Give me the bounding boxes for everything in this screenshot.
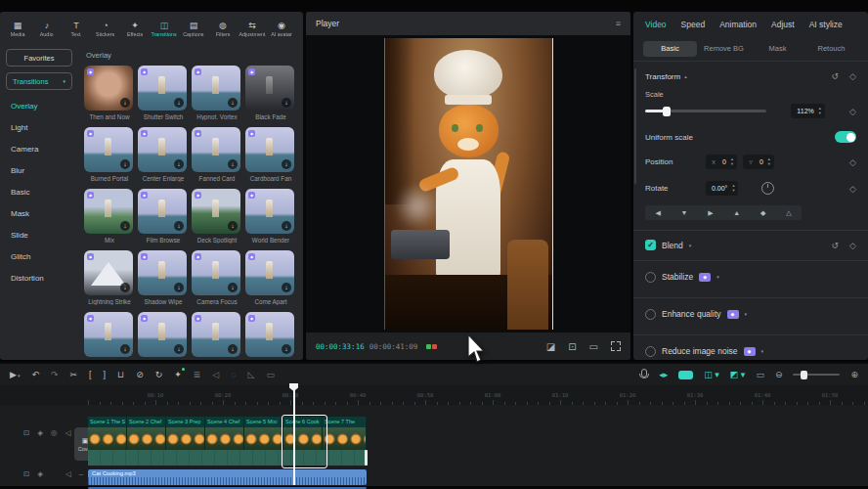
transition-thumbnail[interactable]: ◆↓ <box>245 66 294 111</box>
sidebar-item-slide[interactable]: Slide <box>11 231 72 240</box>
keyframe-icon[interactable]: ◇ <box>849 184 856 194</box>
download-icon[interactable]: ↓ <box>228 221 238 231</box>
transition-item-cardboard-fan[interactable]: ◆↓Cardboard Fan <box>245 127 299 182</box>
download-icon[interactable]: ↓ <box>282 283 291 292</box>
transition-thumbnail[interactable]: ◆↓ <box>192 189 240 234</box>
keyframe-icon[interactable]: ◇ <box>849 71 856 81</box>
download-icon[interactable]: ↓ <box>120 283 130 292</box>
download-icon[interactable]: ↓ <box>120 221 130 231</box>
checkbox-checked-icon[interactable]: ✓ <box>645 240 656 250</box>
align-bottom-icon[interactable]: △ <box>786 209 791 217</box>
subtab-remove-bg[interactable]: Remove BG <box>697 41 751 57</box>
stepper-icon[interactable]: ▲▼ <box>767 157 771 166</box>
download-icon[interactable]: ↓ <box>228 98 238 108</box>
stepper-icon[interactable]: ▲▼ <box>731 184 735 193</box>
transition-thumbnail[interactable]: ◆↓ <box>245 189 294 234</box>
loop-button[interactable]: ↻ <box>155 370 163 379</box>
transition-thumbnail[interactable]: ◆↓ <box>84 127 133 172</box>
download-icon[interactable]: ↓ <box>282 221 291 231</box>
feature-row-reduce-image-noise[interactable]: Reduce image noise◆▾ <box>645 340 856 362</box>
transition-item-center-enlarge[interactable]: ◆↓Center Enlarge <box>138 127 192 182</box>
checkbox-unchecked-icon[interactable] <box>645 272 656 283</box>
transition-thumbnail[interactable]: ◆↓ <box>245 312 294 357</box>
transition-item[interactable]: ◆↓ <box>245 312 299 360</box>
zoom-slider-knob[interactable] <box>801 371 807 379</box>
transition-item-shadow-wipe[interactable]: ◆↓Shadow Wipe <box>138 250 192 305</box>
fullscreen-icon[interactable] <box>611 341 621 351</box>
transition-item[interactable]: ◆↓ <box>84 312 138 360</box>
track-hide-icon[interactable]: ◈ <box>37 469 43 478</box>
transition-item-shutter-switch[interactable]: ◆↓Shutter Switch <box>138 66 192 120</box>
zoom-out-button[interactable]: ⊖ <box>775 370 783 379</box>
ripple-edit-toggle[interactable]: ◂▸ <box>659 370 668 379</box>
download-icon[interactable]: ↓ <box>174 283 184 292</box>
download-icon[interactable]: ↓ <box>282 159 291 169</box>
reset-icon[interactable]: ↺ <box>832 71 840 81</box>
tab-effects[interactable]: ✦Effects <box>120 21 150 37</box>
position-y-box[interactable]: Y 0 ▲▼ <box>743 155 774 169</box>
feature-row-enhance-quality[interactable]: Enhance quality◆▾ <box>645 303 856 325</box>
transition-thumbnail[interactable]: ◆↓ <box>245 250 294 295</box>
align-middle-icon[interactable]: ◆ <box>760 209 765 217</box>
keyframe-icon[interactable]: ◇ <box>849 107 856 116</box>
transition-thumbnail[interactable]: ◆↓ <box>138 312 187 357</box>
timeline-clip-7[interactable]: Scene 7 The <box>323 417 367 450</box>
smart-edit-button[interactable]: ✦ <box>174 370 182 379</box>
tab-ai-stylize[interactable]: AI stylize <box>809 20 843 29</box>
transition-item-then-and-now[interactable]: ◆↓Then and Now <box>84 66 138 120</box>
transition-item[interactable]: ◆↓ <box>192 312 245 360</box>
tab-audio[interactable]: ♪Audio <box>32 21 62 37</box>
tab-filters[interactable]: ◍Filters <box>208 21 238 37</box>
keyframe-icon[interactable]: ◇ <box>849 241 856 250</box>
trim-left-button[interactable]: [ <box>89 370 92 379</box>
transition-item-lightning-strike[interactable]: ◆↓Lightning Strike <box>84 250 138 305</box>
tab-speed[interactable]: Speed <box>681 20 706 29</box>
tab-video[interactable]: Video <box>645 20 667 29</box>
mute-clip-button[interactable]: ◁ <box>212 370 219 379</box>
select-tool-button[interactable]: ▶▾ <box>10 370 20 380</box>
stepper-icon[interactable]: ▲▼ <box>818 107 822 115</box>
transition-thumbnail[interactable]: ◆↓ <box>192 312 240 357</box>
favorites-button[interactable]: Favorites <box>6 49 72 67</box>
crop-button[interactable]: ◺ <box>248 370 255 379</box>
sidebar-item-glitch[interactable]: Glitch <box>11 252 72 261</box>
screen-button[interactable]: ▭ <box>267 370 276 379</box>
rotate-dial-icon[interactable] <box>761 182 774 195</box>
tab-adjust[interactable]: Adjust <box>771 20 795 29</box>
track-lock-icon[interactable]: ⊡ <box>23 428 29 437</box>
transition-thumbnail[interactable]: ◆↓ <box>84 189 133 234</box>
position-x-box[interactable]: X 0 ▲▼ <box>706 155 737 169</box>
align-top-icon[interactable]: ▲ <box>733 209 740 216</box>
timeline-clip-5[interactable]: Scene 5 Mixi <box>244 417 283 450</box>
link-clips-dropdown[interactable]: ◫ ▾ <box>704 370 719 379</box>
checkbox-unchecked-icon[interactable] <box>645 346 656 357</box>
align-right-icon[interactable]: ▶ <box>708 209 713 217</box>
timeline-clip-2[interactable]: Scene 2 Chef <box>127 417 166 450</box>
checkbox-unchecked-icon[interactable] <box>645 309 656 320</box>
sidebar-item-basic[interactable]: Basic <box>11 188 72 197</box>
track-more-icon[interactable]: – <box>79 469 83 478</box>
magnetic-snap-toggle[interactable] <box>678 371 693 379</box>
redo-button[interactable]: ↷ <box>51 370 59 379</box>
undo-button[interactable]: ↶ <box>31 370 39 379</box>
transition-item[interactable]: ◆↓ <box>138 312 192 360</box>
transition-thumbnail[interactable]: ◆↓ <box>192 250 240 295</box>
freeze-button[interactable]: ◌ <box>231 370 236 379</box>
download-icon[interactable]: ↓ <box>228 159 238 169</box>
transition-item-mix[interactable]: ◆↓Mix <box>84 189 138 244</box>
preview-mode-dropdown[interactable]: ◩ ▾ <box>730 370 746 379</box>
keyframe-icon[interactable]: ◇ <box>849 157 856 167</box>
track-mute-icon[interactable]: ◁ <box>65 428 71 437</box>
timeline-clip-1[interactable]: Scene 1 The S <box>88 417 127 450</box>
feature-row-stabilize[interactable]: Stabilize◆▾ <box>645 266 856 288</box>
transition-thumbnail[interactable]: ◆↓ <box>84 250 133 295</box>
scale-slider[interactable] <box>645 110 766 112</box>
sidebar-item-light[interactable]: Light <box>11 123 72 132</box>
subtab-basic[interactable]: Basic <box>643 41 697 57</box>
timeline-clip-4[interactable]: Scene 4 Chef <box>205 417 244 450</box>
track-hide-icon[interactable]: ◈ <box>37 428 43 437</box>
transform-section-header[interactable]: Transform ▴ ↺ ◇ <box>645 71 856 81</box>
transition-item-world-bender[interactable]: ◆↓World Bender <box>245 189 299 244</box>
download-icon[interactable]: ↓ <box>282 98 291 108</box>
sidebar-item-overlay[interactable]: Overlay <box>11 102 72 111</box>
